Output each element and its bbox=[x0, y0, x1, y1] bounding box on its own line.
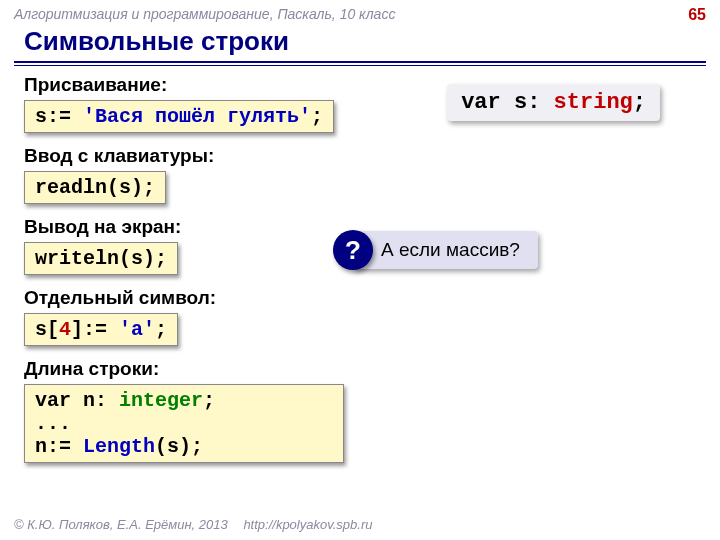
code-output: writeln(s); bbox=[24, 242, 178, 275]
code-length: var n: integer; ... n:= Length(s); bbox=[24, 384, 344, 463]
section-length-label: Длина строки: bbox=[24, 358, 696, 380]
content-area: var s: string; Присваивание: s:= 'Вася п… bbox=[0, 74, 720, 463]
copyright: © К.Ю. Поляков, Е.А. Ерёмин, 2013 bbox=[14, 517, 228, 532]
slide-header: Алгоритмизация и программирование, Паска… bbox=[0, 0, 720, 26]
question-text: А если массив? bbox=[353, 231, 538, 269]
course-name: Алгоритмизация и программирование, Паска… bbox=[14, 6, 395, 24]
code-text: ... bbox=[35, 412, 71, 435]
title-underline bbox=[14, 61, 706, 66]
code-text: 'а' bbox=[119, 318, 155, 341]
var-declaration-box: var s: string; bbox=[447, 84, 660, 121]
code-text: string bbox=[554, 90, 633, 115]
code-text: Length bbox=[83, 435, 155, 458]
code-text: s[ bbox=[35, 318, 59, 341]
slide-footer: © К.Ю. Поляков, Е.А. Ерёмин, 2013 http:/… bbox=[14, 517, 372, 532]
code-text: (s); bbox=[155, 435, 203, 458]
page-number: 65 bbox=[688, 6, 706, 24]
code-text: readln(s); bbox=[35, 176, 155, 199]
section-char-label: Отдельный символ: bbox=[24, 287, 696, 309]
code-text: 4 bbox=[59, 318, 71, 341]
section-input-label: Ввод с клавиатуры: bbox=[24, 145, 696, 167]
code-text: var bbox=[35, 389, 71, 412]
code-text: ; bbox=[203, 389, 215, 412]
code-text: integer bbox=[119, 389, 203, 412]
code-text: var bbox=[461, 90, 501, 115]
code-text: ]:= bbox=[71, 318, 119, 341]
code-text: ; bbox=[633, 90, 646, 115]
question-mark-icon: ? bbox=[333, 230, 373, 270]
code-char: s[4]:= 'а'; bbox=[24, 313, 178, 346]
page-title: Символьные строки bbox=[0, 26, 720, 61]
code-text: s:= bbox=[35, 105, 83, 128]
code-text: writeln(s); bbox=[35, 247, 167, 270]
code-text: s: bbox=[501, 90, 554, 115]
code-input: readln(s); bbox=[24, 171, 166, 204]
code-text: ; bbox=[311, 105, 323, 128]
question-callout: ? А если массив? bbox=[333, 230, 538, 270]
code-text: n:= bbox=[35, 435, 83, 458]
code-text: 'Вася пошёл гулять' bbox=[83, 105, 311, 128]
code-text: ; bbox=[155, 318, 167, 341]
code-assign: s:= 'Вася пошёл гулять'; bbox=[24, 100, 334, 133]
code-text: n: bbox=[71, 389, 119, 412]
footer-url: http://kpolyakov.spb.ru bbox=[243, 517, 372, 532]
